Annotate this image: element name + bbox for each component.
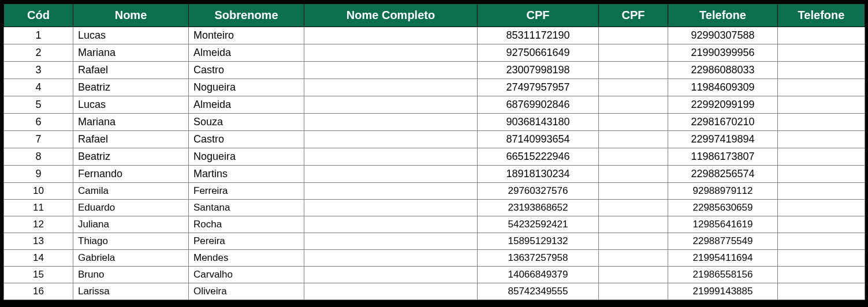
cell-cpf-1[interactable]: 29760327576 <box>478 183 599 200</box>
cell-cpf-2[interactable] <box>599 183 668 200</box>
cell-telefone-1[interactable]: 92988979112 <box>668 183 778 200</box>
cell-sobrenome[interactable]: Nogueira <box>189 148 304 166</box>
cell-sobrenome[interactable]: Martins <box>189 166 304 183</box>
cell-sobrenome[interactable]: Rocha <box>189 216 304 233</box>
cell-telefone-2[interactable] <box>778 96 865 114</box>
cell-nome[interactable]: Juliana <box>73 216 189 233</box>
header-telefone-2[interactable]: Telefone <box>778 4 865 27</box>
cell-sobrenome[interactable]: Castro <box>189 131 304 148</box>
cell-cod[interactable]: 4 <box>4 79 73 96</box>
cell-nome[interactable]: Fernando <box>73 166 189 183</box>
header-cpf-1[interactable]: CPF <box>478 4 599 27</box>
cell-nome-completo[interactable] <box>304 62 478 79</box>
cell-nome-completo[interactable] <box>304 27 478 44</box>
cell-telefone-1[interactable]: 21990399956 <box>668 44 778 62</box>
cell-nome-completo[interactable] <box>304 131 478 148</box>
cell-sobrenome[interactable]: Oliveira <box>189 283 304 300</box>
cell-telefone-1[interactable]: 22985630659 <box>668 200 778 216</box>
cell-cpf-1[interactable]: 54232592421 <box>478 216 599 233</box>
cell-nome-completo[interactable] <box>304 183 478 200</box>
cell-cpf-1[interactable]: 68769902846 <box>478 96 599 114</box>
cell-telefone-2[interactable] <box>778 267 865 283</box>
cell-cpf-2[interactable] <box>599 166 668 183</box>
cell-cpf-1[interactable]: 14066849379 <box>478 267 599 283</box>
cell-nome-completo[interactable] <box>304 283 478 300</box>
cell-nome-completo[interactable] <box>304 166 478 183</box>
cell-cod[interactable]: 6 <box>4 114 73 131</box>
data-table[interactable]: Cód Nome Sobrenome Nome Completo CPF CPF… <box>3 3 865 300</box>
cell-telefone-1[interactable]: 22997419894 <box>668 131 778 148</box>
cell-nome-completo[interactable] <box>304 79 478 96</box>
cell-nome-completo[interactable] <box>304 216 478 233</box>
cell-cpf-1[interactable]: 85311172190 <box>478 27 599 44</box>
cell-cpf-1[interactable]: 90368143180 <box>478 114 599 131</box>
cell-cpf-2[interactable] <box>599 79 668 96</box>
cell-sobrenome[interactable]: Ferreira <box>189 183 304 200</box>
cell-cpf-1[interactable]: 15895129132 <box>478 233 599 250</box>
header-cod[interactable]: Cód <box>4 4 73 27</box>
cell-cpf-2[interactable] <box>599 148 668 166</box>
cell-telefone-2[interactable] <box>778 250 865 267</box>
cell-cpf-2[interactable] <box>599 27 668 44</box>
cell-cpf-2[interactable] <box>599 44 668 62</box>
cell-nome[interactable]: Larissa <box>73 283 189 300</box>
cell-cpf-1[interactable]: 27497957957 <box>478 79 599 96</box>
cell-nome[interactable]: Beatriz <box>73 148 189 166</box>
cell-cpf-2[interactable] <box>599 200 668 216</box>
cell-cod[interactable]: 1 <box>4 27 73 44</box>
cell-nome-completo[interactable] <box>304 114 478 131</box>
cell-cod[interactable]: 16 <box>4 283 73 300</box>
cell-cod[interactable]: 7 <box>4 131 73 148</box>
cell-cod[interactable]: 9 <box>4 166 73 183</box>
cell-nome[interactable]: Rafael <box>73 62 189 79</box>
cell-nome[interactable]: Thiago <box>73 233 189 250</box>
cell-cod[interactable]: 3 <box>4 62 73 79</box>
cell-telefone-2[interactable] <box>778 200 865 216</box>
header-nome-completo[interactable]: Nome Completo <box>304 4 478 27</box>
cell-cpf-1[interactable]: 66515222946 <box>478 148 599 166</box>
cell-nome-completo[interactable] <box>304 200 478 216</box>
cell-cod[interactable]: 13 <box>4 233 73 250</box>
cell-nome[interactable]: Gabriela <box>73 250 189 267</box>
cell-sobrenome[interactable]: Castro <box>189 62 304 79</box>
header-nome[interactable]: Nome <box>73 4 189 27</box>
cell-cpf-1[interactable]: 87140993654 <box>478 131 599 148</box>
cell-nome[interactable]: Mariana <box>73 114 189 131</box>
cell-nome[interactable]: Camila <box>73 183 189 200</box>
cell-cod[interactable]: 14 <box>4 250 73 267</box>
cell-telefone-2[interactable] <box>778 27 865 44</box>
cell-telefone-1[interactable]: 11986173807 <box>668 148 778 166</box>
cell-nome[interactable]: Lucas <box>73 96 189 114</box>
cell-cod[interactable]: 10 <box>4 183 73 200</box>
cell-cod[interactable]: 15 <box>4 267 73 283</box>
cell-sobrenome[interactable]: Mendes <box>189 250 304 267</box>
cell-cod[interactable]: 2 <box>4 44 73 62</box>
cell-cpf-1[interactable]: 23007998198 <box>478 62 599 79</box>
cell-telefone-1[interactable]: 22986088033 <box>668 62 778 79</box>
cell-telefone-2[interactable] <box>778 44 865 62</box>
cell-cod[interactable]: 8 <box>4 148 73 166</box>
cell-telefone-1[interactable]: 12985641619 <box>668 216 778 233</box>
cell-sobrenome[interactable]: Monteiro <box>189 27 304 44</box>
cell-nome-completo[interactable] <box>304 96 478 114</box>
cell-telefone-2[interactable] <box>778 79 865 96</box>
cell-telefone-2[interactable] <box>778 233 865 250</box>
cell-telefone-2[interactable] <box>778 283 865 300</box>
cell-telefone-1[interactable]: 21995411694 <box>668 250 778 267</box>
cell-telefone-2[interactable] <box>778 166 865 183</box>
cell-cpf-1[interactable]: 23193868652 <box>478 200 599 216</box>
cell-cpf-1[interactable]: 18918130234 <box>478 166 599 183</box>
cell-cpf-2[interactable] <box>599 250 668 267</box>
cell-telefone-2[interactable] <box>778 131 865 148</box>
cell-cpf-2[interactable] <box>599 114 668 131</box>
cell-telefone-1[interactable]: 22981670210 <box>668 114 778 131</box>
cell-sobrenome[interactable]: Santana <box>189 200 304 216</box>
cell-cpf-2[interactable] <box>599 62 668 79</box>
cell-cpf-2[interactable] <box>599 283 668 300</box>
cell-nome-completo[interactable] <box>304 44 478 62</box>
cell-cpf-2[interactable] <box>599 267 668 283</box>
cell-cpf-2[interactable] <box>599 216 668 233</box>
cell-telefone-1[interactable]: 22992099199 <box>668 96 778 114</box>
cell-telefone-2[interactable] <box>778 183 865 200</box>
cell-nome[interactable]: Bruno <box>73 267 189 283</box>
